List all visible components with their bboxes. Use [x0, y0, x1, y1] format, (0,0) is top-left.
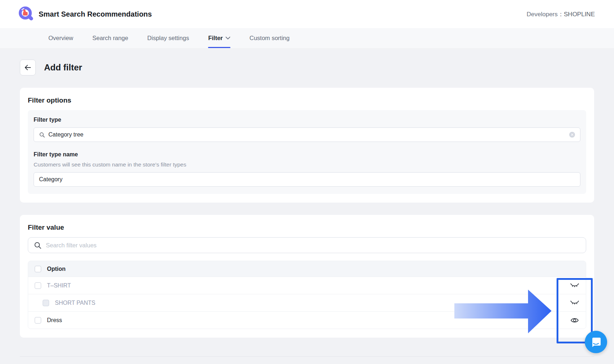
filter-type-name-input[interactable] [39, 176, 575, 183]
table-header-label: Option [47, 266, 66, 272]
visibility-toggle[interactable] [570, 298, 579, 308]
search-icon [39, 132, 45, 138]
tab-search-range[interactable]: Search range [92, 28, 128, 48]
select-all-checkbox[interactable] [35, 266, 41, 272]
developers-info: Developers：SHOPLINE [527, 10, 595, 18]
eye-open-icon [570, 316, 579, 325]
table-row[interactable]: Dress [28, 311, 586, 329]
row-label: T–SHIRT [47, 282, 71, 289]
filter-options-title: Filter options [28, 96, 586, 104]
row-checkbox[interactable] [35, 317, 41, 324]
filter-options-card: Filter options Filter type ✕ Filter type… [20, 88, 594, 203]
tab-bar: Overview Search range Display settings F… [0, 28, 614, 48]
row-label: Dress [47, 317, 62, 324]
tab-custom-sorting[interactable]: Custom sorting [250, 28, 290, 48]
app-logo-icon [18, 6, 34, 22]
app-header: Smart Search Recommendations Developers：… [0, 0, 614, 28]
search-icon [34, 242, 42, 249]
filter-type-label: Filter type [34, 117, 580, 123]
tab-label: Overview [48, 35, 73, 42]
row-checkbox[interactable] [35, 282, 41, 289]
page-head: Add filter [20, 60, 614, 75]
row-label: SHORT PANTS [55, 300, 95, 306]
visibility-toggle[interactable] [570, 281, 579, 290]
tab-label: Search range [92, 35, 128, 42]
filter-value-search-input[interactable] [46, 242, 580, 249]
eye-closed-icon [570, 281, 579, 290]
filter-type-name-label: Filter type name [34, 151, 580, 158]
filter-value-table: Option T–SHIRT SHORT PANTS Dress [28, 261, 586, 329]
table-header-row: Option [28, 261, 586, 277]
filter-type-name-help: Customers will see this custom name in t… [34, 161, 580, 168]
filter-options-panel: Filter type ✕ Filter type name Customers… [28, 110, 586, 194]
tab-label: Display settings [147, 35, 189, 42]
chevron-down-icon [225, 36, 230, 40]
tab-overview[interactable]: Overview [48, 28, 73, 48]
table-row[interactable]: T–SHIRT [28, 277, 586, 294]
filter-value-search[interactable] [28, 237, 586, 253]
clear-icon[interactable]: ✕ [569, 132, 575, 138]
filter-value-card: Filter value Option T–SHIRT SHORT PANTS [20, 215, 594, 338]
arrow-left-icon [24, 64, 32, 72]
developers-value: SHOPLINE [564, 11, 595, 18]
back-button[interactable] [20, 60, 36, 75]
eye-closed-icon [570, 299, 579, 307]
chat-launcher-button[interactable] [585, 331, 607, 353]
filter-type-name-field[interactable] [34, 172, 580, 187]
footer-divider [20, 356, 594, 357]
app-title: Smart Search Recommendations [39, 10, 152, 18]
developers-label: Developers： [527, 11, 564, 18]
filter-type-select[interactable]: ✕ [34, 127, 580, 142]
tab-label: Custom sorting [250, 35, 290, 42]
filter-type-input[interactable] [48, 131, 566, 138]
table-row[interactable]: SHORT PANTS [28, 294, 586, 311]
tab-filter[interactable]: Filter [208, 28, 230, 48]
tab-display-settings[interactable]: Display settings [147, 28, 189, 48]
chat-bubble-icon [591, 337, 601, 347]
table-body: T–SHIRT SHORT PANTS Dress [28, 277, 586, 329]
page-title: Add filter [44, 62, 82, 73]
visibility-toggle[interactable] [570, 316, 579, 325]
filter-value-title: Filter value [28, 224, 586, 231]
tab-label: Filter [208, 35, 222, 42]
row-checkbox[interactable] [43, 300, 49, 306]
